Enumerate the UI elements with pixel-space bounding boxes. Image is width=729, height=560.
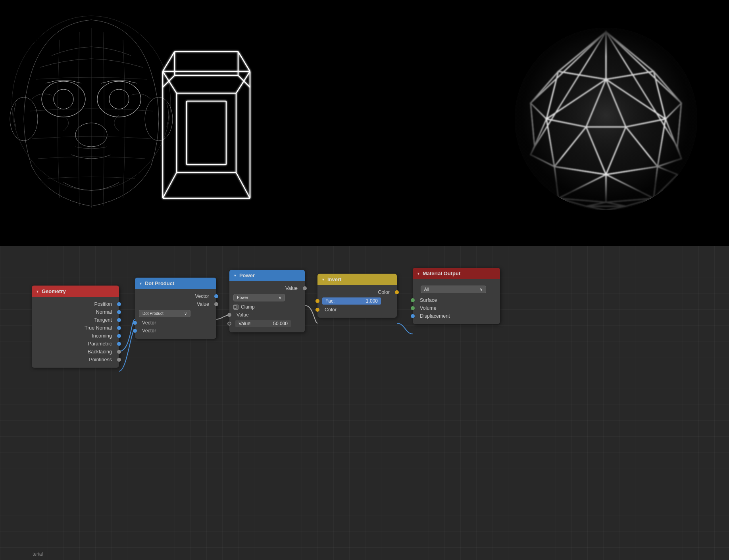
matoutput-surface-row: Surface <box>413 296 500 304</box>
dotproduct-node-body: Vector Value Dot Product ∨ Vector Vector <box>135 289 216 339</box>
socket-invert-color-out[interactable] <box>395 290 399 294</box>
socket-invert-color-in[interactable] <box>315 308 319 312</box>
value-input-field[interactable]: Value: 50.000 <box>235 320 291 327</box>
collapse-triangle: ▼ <box>36 290 39 293</box>
matoutput-node-body: All ∨ Surface Volume Displacement <box>413 279 500 324</box>
dp-value-row: Value <box>135 300 216 308</box>
cube-render <box>151 32 262 210</box>
bottom-material-label: terial <box>33 551 43 557</box>
invert-node-header: ▼ Invert <box>317 274 397 285</box>
dotproduct-node-title: Dot Product <box>145 280 174 286</box>
invert-node-title: Invert <box>327 276 341 282</box>
dp-vec2-row: Vector <box>135 327 216 335</box>
svg-point-3 <box>97 81 141 117</box>
clamp-row: Clamp <box>229 303 305 311</box>
power-value-field-row: Value: 50.000 <box>229 319 305 328</box>
matoutput-node-title: Material Output <box>423 270 460 276</box>
power-value-label-row: Value <box>229 311 305 319</box>
svg-rect-15 <box>187 101 226 165</box>
power-node-header: ▼ Power <box>229 270 305 281</box>
socket-power-val-field[interactable] <box>227 322 231 326</box>
dp-vec1-row: Vector <box>135 319 216 327</box>
matoutput-dropdown[interactable]: All ∨ <box>421 286 486 293</box>
node-geometry: ▼ Geometry Position Normal Tangent True … <box>32 286 119 368</box>
socket-truenormal[interactable] <box>117 326 121 330</box>
svg-line-11 <box>238 52 250 71</box>
node-row-position: Position <box>32 300 119 308</box>
svg-line-18 <box>163 173 177 198</box>
node-dotproduct: ▼ Dot Product Vector Value Dot Product ∨ <box>135 278 216 339</box>
socket-dp-value-out[interactable] <box>214 302 218 306</box>
node-row-parametric: Parametric <box>32 340 119 348</box>
socket-parametric[interactable] <box>117 342 121 346</box>
node-row-truenormal: True Normal <box>32 324 119 332</box>
matoutput-volume-row: Volume <box>413 304 500 312</box>
invert-fac-row: Fac: 1.000 <box>317 296 397 306</box>
dp-vector-row: Vector <box>135 292 216 300</box>
invert-node-body: Color Fac: 1.000 Color <box>317 285 397 318</box>
socket-invert-fac-in[interactable] <box>315 299 319 303</box>
invert-color-in-row: Color <box>317 306 397 314</box>
node-row-backfacing: Backfacing <box>32 348 119 356</box>
matoutput-node-header: ▼ Material Output <box>413 268 500 279</box>
socket-displacement[interactable] <box>411 314 415 318</box>
fac-input-field[interactable]: Fac: 1.000 <box>322 297 381 305</box>
node-editor: ▼ Geometry Position Normal Tangent True … <box>0 246 729 560</box>
socket-surface[interactable] <box>411 298 415 302</box>
socket-pointiness[interactable] <box>117 358 121 362</box>
node-material-output: ▼ Material Output All ∨ Surface Volume <box>413 268 500 324</box>
socket-position[interactable] <box>117 302 121 306</box>
power-dropdown[interactable]: Power ∨ <box>233 294 285 301</box>
svg-point-1 <box>42 81 85 117</box>
socket-tangent[interactable] <box>117 318 121 322</box>
svg-line-19 <box>236 173 250 198</box>
geometry-node-body: Position Normal Tangent True Normal Inco… <box>32 297 119 368</box>
socket-power-value-out[interactable] <box>303 286 307 290</box>
socket-normal[interactable] <box>117 310 121 314</box>
power-node-body: Value Power ∨ Clamp Value <box>229 281 305 332</box>
node-row-tangent: Tangent <box>32 316 119 324</box>
svg-rect-14 <box>177 93 236 173</box>
socket-volume[interactable] <box>411 306 415 310</box>
node-row-incoming: Incoming <box>32 332 119 340</box>
matoutput-displacement-row: Displacement <box>413 312 500 320</box>
socket-dp-vec1-in[interactable] <box>133 321 137 325</box>
render-area <box>0 0 729 246</box>
dotproduct-node-header: ▼ Dot Product <box>135 278 216 289</box>
node-row-normal: Normal <box>32 308 119 316</box>
socket-dp-vec2-in[interactable] <box>133 329 137 333</box>
matoutput-dropdown-row: All ∨ <box>413 282 500 296</box>
socket-clamp[interactable] <box>233 305 237 309</box>
power-value-out-row: Value <box>229 284 305 292</box>
svg-line-10 <box>163 52 175 71</box>
geometry-node-header: ▼ Geometry <box>32 286 119 297</box>
geodesic-sphere <box>507 8 705 230</box>
node-invert: ▼ Invert Color Fac: 1.000 Color <box>317 274 397 318</box>
dotproduct-dropdown[interactable]: Dot Product ∨ <box>139 310 190 317</box>
svg-point-2 <box>54 89 73 109</box>
socket-power-val-in[interactable] <box>227 313 231 317</box>
geometry-node-title: Geometry <box>42 288 66 294</box>
power-node-title: Power <box>239 272 255 278</box>
svg-point-57 <box>515 28 697 210</box>
svg-point-4 <box>109 89 129 109</box>
node-row-pointiness: Pointiness <box>32 356 119 364</box>
invert-color-out-row: Color <box>317 288 397 296</box>
socket-backfacing[interactable] <box>117 350 121 354</box>
socket-incoming[interactable] <box>117 334 121 338</box>
node-power: ▼ Power Value Power ∨ Clamp Val <box>229 270 305 332</box>
svg-rect-8 <box>163 71 250 198</box>
socket-dp-vector-out[interactable] <box>214 294 218 298</box>
